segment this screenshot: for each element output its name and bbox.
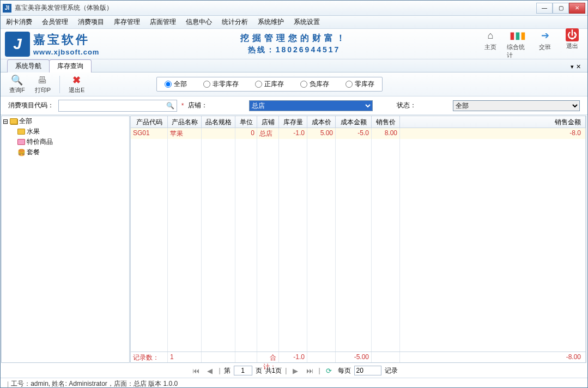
- col-spec[interactable]: 品名规格: [202, 116, 235, 128]
- minimize-button[interactable]: —: [536, 3, 553, 14]
- prev-page-button[interactable]: ◀: [204, 366, 215, 375]
- grid-gridlines: [131, 139, 586, 351]
- home-icon: ⌂: [483, 28, 498, 43]
- menu-item[interactable]: 会员管理: [42, 17, 68, 27]
- first-page-button[interactable]: ⏮: [190, 366, 201, 375]
- tree-root[interactable]: ⊟ 全部: [2, 116, 129, 126]
- search-icon: 🔍: [11, 74, 23, 86]
- menubar: 刷卡消费 会员管理 消费项目 库存管理 店面管理 信息中心 统计分析 系统维护 …: [1, 16, 587, 29]
- brand-en: www.xjbsoft.com: [33, 48, 99, 56]
- tab-inventory-query[interactable]: 库存查询: [49, 59, 92, 72]
- hotline: 热线：18026944517: [240, 45, 348, 55]
- search-icon[interactable]: 🔍: [166, 102, 174, 110]
- inventory-grid: 产品代码 产品名称 品名规格 单位 店铺 库存量 成本价 成本金额 销售价 销售…: [130, 116, 586, 363]
- query-button[interactable]: 🔍 查询F: [6, 74, 28, 94]
- page-input[interactable]: [234, 366, 252, 375]
- stock-filter-radios: 全部 非零库存 正库存 负库存 零库存: [156, 77, 383, 92]
- col-store[interactable]: 店铺: [257, 116, 279, 128]
- col-cost[interactable]: 成本价: [307, 116, 336, 128]
- window-title: 嘉宝美容美发管理系统（体验版）: [15, 3, 113, 13]
- banner: J 嘉宝软件 www.xjbsoft.com 挖掘管理您的财富！ 热线：1802…: [1, 29, 587, 59]
- x-icon: ✖: [72, 74, 81, 86]
- folder-icon: [17, 128, 26, 136]
- code-label: 消费项目代码：: [8, 101, 54, 110]
- tabstrip: 系统导航 库存查询 ▾ ✕: [1, 59, 587, 72]
- menu-item[interactable]: 统计分析: [222, 17, 248, 27]
- menu-item[interactable]: 消费项目: [78, 17, 104, 27]
- menu-item[interactable]: 信息中心: [186, 17, 212, 27]
- statusbar: | 工号：admin, 姓名: Administrator，店面：总店 版本 1…: [1, 378, 587, 388]
- logo: J 嘉宝软件 www.xjbsoft.com: [5, 32, 99, 57]
- grid-body[interactable]: SG01 苹果 0 总店 -1.0 5.00 -5.0 8.00 -8.0: [131, 128, 586, 351]
- col-sale-amt[interactable]: 销售金额: [400, 116, 586, 128]
- perpage-input[interactable]: [354, 366, 381, 375]
- titlebar: JI 嘉宝美容美发管理系统（体验版） — ▢ ✕: [1, 1, 587, 16]
- maximize-button[interactable]: ▢: [553, 3, 569, 14]
- status-select[interactable]: 全部: [453, 100, 580, 111]
- app-icon: JI: [3, 4, 11, 13]
- last-page-button[interactable]: ⏭: [304, 366, 315, 375]
- menu-item[interactable]: 系统设置: [294, 17, 320, 27]
- code-input[interactable]: [61, 102, 166, 110]
- exit-button[interactable]: ⏻ 退出: [561, 28, 583, 59]
- refresh-button[interactable]: ⟳: [324, 366, 335, 375]
- collapse-icon[interactable]: ⊟: [3, 118, 8, 125]
- filter-bar: 消费项目代码： 🔍 * 店铺： 总店 状态： 全部: [1, 96, 587, 115]
- menu-item[interactable]: 刷卡消费: [6, 17, 32, 27]
- tab-system-nav[interactable]: 系统导航: [7, 59, 50, 72]
- folder-icon: [17, 138, 26, 146]
- required-marker: *: [181, 102, 184, 110]
- col-name[interactable]: 产品名称: [168, 116, 202, 128]
- page-label-post: 页: [256, 366, 262, 375]
- radio-zero[interactable]: 零库存: [345, 80, 374, 89]
- status-text: 工号：admin, 姓名: Administrator，店面：总店 版本 1.0…: [11, 379, 178, 388]
- radio-all[interactable]: 全部: [165, 80, 187, 89]
- status-label: 状态：: [397, 101, 416, 110]
- radio-positive[interactable]: 正库存: [255, 80, 284, 89]
- radio-nonzero[interactable]: 非零库存: [203, 80, 239, 89]
- stats-button[interactable]: ▮▮▮ 综合统计: [507, 28, 529, 59]
- tree-item-fruit[interactable]: 水果: [2, 126, 129, 137]
- next-page-button[interactable]: ▶: [290, 366, 301, 375]
- pager: ⏮ ◀ | 第 页 共1页 | ▶ ⏭ | ⟳ 每页 记录: [1, 363, 587, 378]
- stats-icon: ▮▮▮: [511, 28, 525, 43]
- menu-item[interactable]: 库存管理: [114, 17, 140, 27]
- close-button[interactable]: ✕: [569, 3, 585, 14]
- print-button[interactable]: 🖶 打印P: [32, 75, 54, 94]
- tree-item-special[interactable]: 特价商品: [2, 137, 129, 147]
- shift-button[interactable]: ➔ 交班: [534, 28, 556, 59]
- printer-icon: 🖶: [38, 75, 47, 86]
- tab-close-icon[interactable]: ✕: [576, 63, 581, 70]
- col-code[interactable]: 产品代码: [131, 116, 168, 128]
- separator: [59, 76, 60, 93]
- total-pages: 共1页: [265, 366, 282, 375]
- table-row[interactable]: SG01 苹果 0 总店 -1.0 5.00 -5.0 8.00 -8.0: [131, 128, 586, 139]
- logo-icon: J: [5, 32, 30, 57]
- radio-negative[interactable]: 负库存: [300, 80, 329, 89]
- menu-item[interactable]: 系统维护: [258, 17, 284, 27]
- code-search-box: 🔍: [58, 100, 177, 112]
- menu-item[interactable]: 店面管理: [150, 17, 176, 27]
- slogan: 挖掘管理您的财富！: [240, 33, 348, 44]
- store-label: 店铺：: [188, 101, 208, 110]
- brand-cn: 嘉宝软件: [33, 32, 99, 48]
- col-price[interactable]: 销售价: [372, 116, 400, 128]
- col-qty[interactable]: 库存量: [279, 116, 307, 128]
- col-cost-amt[interactable]: 成本金额: [336, 116, 372, 128]
- category-tree: ⊟ 全部 水果 特价商品 🍔 套餐: [1, 116, 130, 363]
- perpage-label: 每页: [338, 366, 351, 375]
- page-label-pre: 第: [224, 366, 231, 375]
- exit-tool-button[interactable]: ✖ 退出E: [65, 74, 88, 94]
- col-unit[interactable]: 单位: [235, 116, 257, 128]
- grid-footer: 记录数： 1 合计： -1.0 -5.00 -8.00: [131, 351, 586, 362]
- records-label: 记录: [385, 366, 398, 375]
- folder-icon: [9, 118, 18, 125]
- tab-dropdown-icon[interactable]: ▾: [571, 63, 574, 70]
- exit-icon: ⏻: [566, 28, 579, 41]
- sub-toolbar: 🔍 查询F 🖶 打印P ✖ 退出E 全部 非零库存 正库存 负库存 零库存: [1, 72, 587, 96]
- grid-header: 产品代码 产品名称 品名规格 单位 店铺 库存量 成本价 成本金额 销售价 销售…: [131, 116, 586, 128]
- shift-icon: ➔: [538, 28, 552, 43]
- store-select[interactable]: 总店: [249, 100, 373, 111]
- home-button[interactable]: ⌂ 主页: [480, 28, 501, 59]
- tree-item-combo[interactable]: 🍔 套餐: [2, 147, 129, 157]
